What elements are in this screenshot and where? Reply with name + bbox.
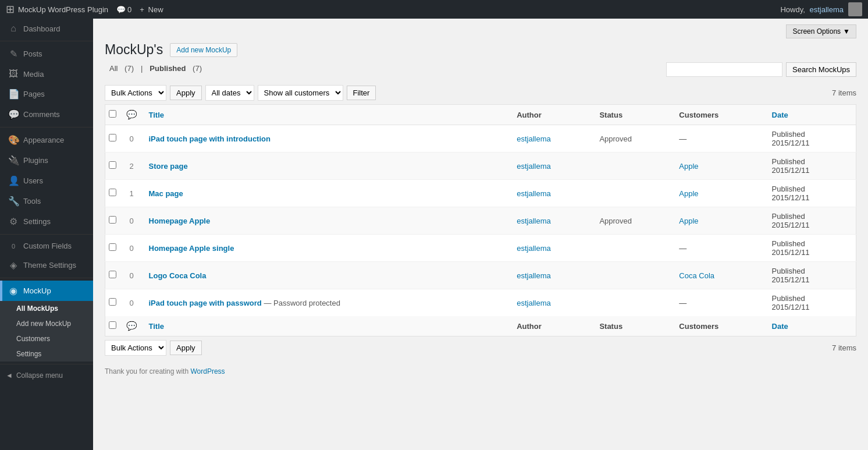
row-checkbox-td xyxy=(105,180,120,207)
title-footer-sort-link[interactable]: Title xyxy=(149,322,165,331)
row-checkbox[interactable] xyxy=(109,161,116,169)
row-status-td xyxy=(593,153,673,180)
posts-icon: ✎ xyxy=(8,48,19,59)
sidebar-item-pages[interactable]: 📄 Pages xyxy=(0,84,93,104)
bulk-actions-select-bottom[interactable]: Bulk Actions xyxy=(105,340,166,356)
row-date-td: Published2015/12/11 xyxy=(766,153,856,180)
row-title-td: Store page xyxy=(143,153,511,180)
main-content: Screen Options ▼ MockUp's Add new MockUp… xyxy=(93,19,868,450)
sidebar-item-mockup[interactable]: ◉ MockUp xyxy=(0,281,93,301)
select-all-th xyxy=(105,105,120,125)
table-row: 0Homepage AppleestjallemaApprovedApplePu… xyxy=(105,207,856,235)
row-title-link[interactable]: Homepage Apple single xyxy=(149,244,234,253)
row-title-link[interactable]: Store page xyxy=(149,162,188,171)
collapse-label: Collapse menu xyxy=(16,371,63,380)
sidebar-item-media[interactable]: 🖼 Media xyxy=(0,64,93,84)
row-title-link[interactable]: Mac page xyxy=(149,189,183,198)
filter-all[interactable]: All (7) xyxy=(107,64,136,73)
tablenav-bottom: Bulk Actions Apply 7 items xyxy=(105,340,856,356)
title-sort-link[interactable]: Title xyxy=(149,111,165,119)
apply-bulk-top-btn[interactable]: Apply xyxy=(170,86,202,100)
submenu-item-add-new[interactable]: Add new MockUp xyxy=(0,316,93,331)
wordpress-link[interactable]: WordPress xyxy=(190,367,225,375)
sidebar-item-users[interactable]: 👤 Users xyxy=(0,171,93,191)
customer-filter-select[interactable]: Show all customers xyxy=(258,85,343,101)
table-row: 0Logo Coca ColaestjallemaCoca ColaPublis… xyxy=(105,262,856,289)
row-title-link[interactable]: Logo Coca Cola xyxy=(149,271,207,280)
row-date-value: 2015/12/11 xyxy=(772,248,850,257)
row-date-value: 2015/12/11 xyxy=(772,303,850,311)
sidebar-item-comments[interactable]: 💬 Comments xyxy=(0,104,93,125)
row-title-link[interactable]: Homepage Apple xyxy=(149,217,211,225)
submenu-item-customers[interactable]: Customers xyxy=(0,331,93,346)
row-checkbox-td xyxy=(105,289,120,317)
row-customer-link[interactable]: Coca Cola xyxy=(679,271,714,280)
row-checkbox[interactable] xyxy=(109,216,116,224)
date-footer-sort-link[interactable]: Date xyxy=(772,322,788,331)
sidebar-item-label: Settings xyxy=(23,217,51,226)
search-input[interactable] xyxy=(666,62,782,77)
sidebar-item-theme-settings[interactable]: ◈ Theme Settings xyxy=(0,255,93,275)
author-footer-th: Author xyxy=(511,316,593,336)
sidebar-item-appearance[interactable]: 🎨 Appearance xyxy=(0,130,93,150)
filter-published[interactable]: Published (7) xyxy=(147,64,204,73)
dashboard-icon: ⌂ xyxy=(8,23,19,34)
select-all-footer-checkbox[interactable] xyxy=(109,321,116,329)
row-status-td xyxy=(593,235,673,262)
row-status-td xyxy=(593,289,673,317)
row-checkbox[interactable] xyxy=(109,134,116,141)
table-row: 0Homepage Apple singleestjallema—Publish… xyxy=(105,235,856,262)
row-title-link[interactable]: iPad touch page with introduction xyxy=(149,134,271,143)
date-filter-select[interactable]: All dates xyxy=(205,85,254,101)
row-status-td xyxy=(593,262,673,289)
submenu-item-settings[interactable]: Settings xyxy=(0,346,93,362)
row-author-link[interactable]: estjallema xyxy=(517,217,551,225)
row-title-td: Logo Coca Cola xyxy=(143,262,511,289)
row-customers-td: Apple xyxy=(673,180,766,207)
apply-bulk-bottom-btn[interactable]: Apply xyxy=(170,341,202,355)
screen-options-btn[interactable]: Screen Options ▼ xyxy=(786,24,856,38)
row-date-td: Published2015/12/11 xyxy=(766,207,856,235)
admin-bar: ⊞ MockUp WordPress Plugin 💬 0 + New Howd… xyxy=(0,0,868,19)
row-checkbox[interactable] xyxy=(109,243,116,251)
row-author-link[interactable]: estjallema xyxy=(517,134,551,143)
row-date-label: Published xyxy=(772,239,850,248)
title-col-th: Title xyxy=(143,105,511,125)
sidebar-item-dashboard[interactable]: ⌂ Dashboard xyxy=(0,19,93,38)
comments-icon[interactable]: 💬 xyxy=(116,5,126,14)
row-author-link[interactable]: estjallema xyxy=(517,244,551,253)
row-title-link[interactable]: iPad touch page with password xyxy=(149,299,262,307)
row-comment-count: 0 xyxy=(120,289,143,317)
row-checkbox[interactable] xyxy=(109,189,116,196)
sidebar-item-tools[interactable]: 🔧 Tools xyxy=(0,191,93,211)
row-author-link[interactable]: estjallema xyxy=(517,271,551,280)
search-mockups-btn[interactable]: Search MockUps xyxy=(786,62,856,77)
sidebar-item-custom-fields[interactable]: 0 Custom Fields xyxy=(0,237,93,255)
bulk-actions-select-top[interactable]: Bulk Actions xyxy=(105,85,166,101)
new-item-btn[interactable]: + New xyxy=(140,5,163,14)
submenu-item-all-mockups[interactable]: All MockUps xyxy=(0,301,93,316)
row-customer-link[interactable]: Apple xyxy=(679,217,698,225)
custom-fields-icon: 0 xyxy=(8,243,19,250)
filter-btn[interactable]: Filter xyxy=(347,86,376,100)
row-author-link[interactable]: estjallema xyxy=(517,189,551,198)
row-date-label: Published xyxy=(772,185,850,193)
page-title: MockUp's xyxy=(105,42,163,58)
row-author-link[interactable]: estjallema xyxy=(517,299,551,307)
sidebar-item-settings[interactable]: ⚙ Settings xyxy=(0,211,93,232)
collapse-menu-btn[interactable]: ◄ Collapse menu xyxy=(0,367,93,384)
sidebar-item-posts[interactable]: ✎ Posts xyxy=(0,44,93,64)
site-name[interactable]: MockUp WordPress Plugin xyxy=(18,5,108,14)
row-checkbox[interactable] xyxy=(109,271,116,278)
date-sort-link[interactable]: Date xyxy=(772,111,788,119)
row-customer-link[interactable]: Apple xyxy=(679,162,698,171)
table-body: 0iPad touch page with introductionestjal… xyxy=(105,125,856,317)
add-new-mockup-btn[interactable]: Add new MockUp xyxy=(170,43,237,57)
row-checkbox-td xyxy=(105,125,120,153)
sidebar-item-plugins[interactable]: 🔌 Plugins xyxy=(0,150,93,171)
row-customer-link[interactable]: Apple xyxy=(679,189,698,198)
row-checkbox[interactable] xyxy=(109,298,116,306)
select-all-checkbox[interactable] xyxy=(109,110,116,118)
row-author-link[interactable]: estjallema xyxy=(517,162,551,171)
tablenav-top: Bulk Actions Apply All dates Show all cu… xyxy=(105,85,856,101)
